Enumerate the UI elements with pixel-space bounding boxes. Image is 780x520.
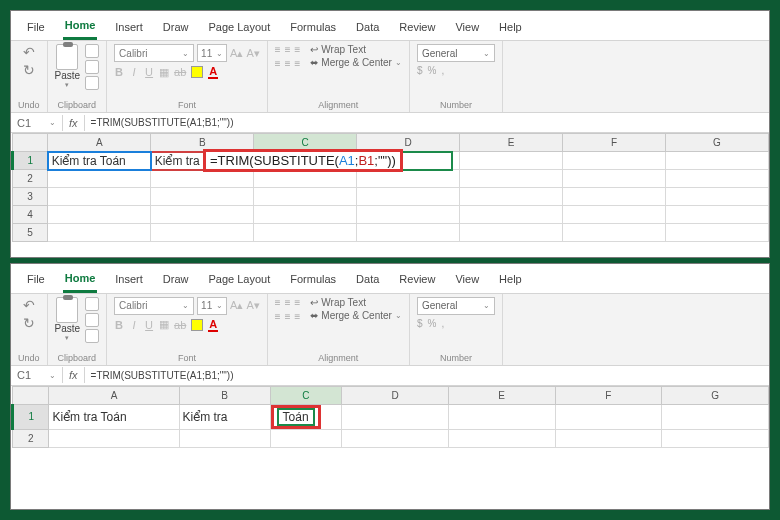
cell[interactable] <box>357 170 460 188</box>
merge-center-button[interactable]: ⬌Merge & Center⌄ <box>310 57 402 68</box>
format-painter-icon[interactable] <box>85 76 99 90</box>
font-size-select[interactable]: 11⌄ <box>197 297 227 315</box>
name-box[interactable]: C1⌄ <box>11 115 63 131</box>
cell[interactable] <box>254 188 357 206</box>
formula-bar-text[interactable]: =TRIM(SUBSTITUTE(A1;B1;"")) <box>85 368 240 383</box>
cell[interactable] <box>357 188 460 206</box>
name-box[interactable]: C1⌄ <box>11 367 63 383</box>
paste-button[interactable]: Paste ▾ <box>55 44 81 89</box>
cell[interactable] <box>49 429 179 447</box>
col-header-e[interactable]: E <box>460 134 563 152</box>
tab-insert[interactable]: Insert <box>113 269 145 291</box>
align-middle-icon[interactable]: ≡ <box>285 297 291 308</box>
cell[interactable] <box>665 224 768 242</box>
tab-page-layout[interactable]: Page Layout <box>206 17 272 39</box>
font-color-button[interactable]: A <box>208 318 218 332</box>
tab-file[interactable]: File <box>25 17 47 39</box>
col-header-b[interactable]: B <box>179 386 270 404</box>
copy-icon[interactable] <box>85 60 99 74</box>
number-format-select[interactable]: General⌄ <box>417 44 495 62</box>
cut-icon[interactable] <box>85 44 99 58</box>
col-header-f[interactable]: F <box>555 386 662 404</box>
cut-icon[interactable] <box>85 297 99 311</box>
formula-editing-overlay[interactable]: =TRIM(SUBSTITUTE(A1;B1;"")) <box>203 149 403 172</box>
cell[interactable] <box>151 188 254 206</box>
cell[interactable] <box>563 170 666 188</box>
row-header-5[interactable]: 5 <box>13 224 48 242</box>
cell-d1[interactable] <box>342 404 449 429</box>
cell-g1[interactable] <box>662 404 769 429</box>
tab-review[interactable]: Review <box>397 17 437 39</box>
cell[interactable] <box>151 170 254 188</box>
row-header-2[interactable]: 2 <box>13 170 48 188</box>
comma-button[interactable]: , <box>441 65 444 76</box>
cell[interactable] <box>48 170 151 188</box>
select-all-corner[interactable] <box>13 386 49 404</box>
cell[interactable] <box>555 429 662 447</box>
cell[interactable] <box>151 224 254 242</box>
tab-formulas[interactable]: Formulas <box>288 17 338 39</box>
align-top-icon[interactable]: ≡ <box>275 44 281 55</box>
cell-g1[interactable] <box>665 152 768 170</box>
format-painter-icon[interactable] <box>85 329 99 343</box>
cell[interactable] <box>357 224 460 242</box>
cell-a1[interactable]: Kiểm tra Toán <box>49 404 179 429</box>
cell[interactable] <box>48 224 151 242</box>
cell[interactable] <box>448 429 555 447</box>
col-header-f[interactable]: F <box>563 134 666 152</box>
cell[interactable] <box>270 429 342 447</box>
worksheet-grid[interactable]: A B C D E F G 1 Kiểm tra Toán Kiểm tra T… <box>11 386 769 510</box>
row-header-1[interactable]: 1 <box>13 152 48 170</box>
row-header-4[interactable]: 4 <box>13 206 48 224</box>
fill-color-button[interactable] <box>191 66 203 78</box>
currency-button[interactable]: $ <box>417 65 423 76</box>
undo-icon[interactable]: ↶ <box>23 44 35 60</box>
cell[interactable] <box>662 429 769 447</box>
tab-review[interactable]: Review <box>397 269 437 291</box>
cell[interactable] <box>357 206 460 224</box>
cell-a1[interactable]: Kiểm tra Toán <box>48 152 151 170</box>
wrap-text-button[interactable]: ↩Wrap Text <box>310 297 402 308</box>
cell[interactable] <box>151 206 254 224</box>
row-header-1[interactable]: 1 <box>13 404 49 429</box>
cell[interactable] <box>563 224 666 242</box>
fx-icon[interactable]: fx <box>63 367 85 383</box>
worksheet-grid[interactable]: A B C D E F G 1 Kiểm tra Toán Kiểm tra 2… <box>11 133 769 257</box>
cell[interactable] <box>342 429 449 447</box>
cell[interactable] <box>665 206 768 224</box>
cell[interactable] <box>254 170 357 188</box>
bold-button[interactable]: B <box>114 319 124 331</box>
align-right-icon[interactable]: ≡ <box>294 311 300 322</box>
cell[interactable] <box>48 206 151 224</box>
font-name-select[interactable]: Calibri⌄ <box>114 44 194 62</box>
font-size-select[interactable]: 11⌄ <box>197 44 227 62</box>
undo-icon[interactable]: ↶ <box>23 297 35 313</box>
align-top-icon[interactable]: ≡ <box>275 297 281 308</box>
underline-button[interactable]: U <box>144 66 154 78</box>
tab-insert[interactable]: Insert <box>113 17 145 39</box>
fx-icon[interactable]: fx <box>63 115 85 131</box>
tab-help[interactable]: Help <box>497 17 524 39</box>
col-header-c[interactable]: C <box>270 386 342 404</box>
underline-button[interactable]: U <box>144 319 154 331</box>
italic-button[interactable]: I <box>129 319 139 331</box>
cell[interactable] <box>179 429 270 447</box>
redo-icon[interactable]: ↻ <box>23 315 35 331</box>
currency-button[interactable]: $ <box>417 318 423 329</box>
tab-formulas[interactable]: Formulas <box>288 269 338 291</box>
font-name-select[interactable]: Calibri⌄ <box>114 297 194 315</box>
font-color-button[interactable]: A <box>208 65 218 79</box>
strike-button[interactable]: ab <box>174 319 186 331</box>
wrap-text-button[interactable]: ↩Wrap Text <box>310 44 402 55</box>
cell[interactable] <box>460 224 563 242</box>
cell[interactable] <box>563 188 666 206</box>
col-header-g[interactable]: G <box>662 386 769 404</box>
tab-help[interactable]: Help <box>497 269 524 291</box>
align-left-icon[interactable]: ≡ <box>275 311 281 322</box>
copy-icon[interactable] <box>85 313 99 327</box>
tab-data[interactable]: Data <box>354 17 381 39</box>
tab-view[interactable]: View <box>453 269 481 291</box>
cell-e1[interactable] <box>448 404 555 429</box>
fill-color-button[interactable] <box>191 319 203 331</box>
redo-icon[interactable]: ↻ <box>23 62 35 78</box>
